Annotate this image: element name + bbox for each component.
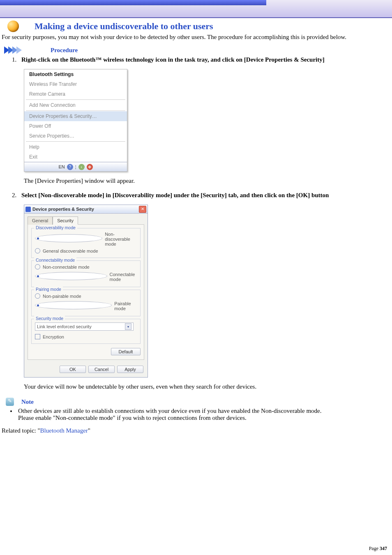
related-link[interactable]: Bluetooth Manager (40, 427, 88, 434)
note-header: Note (6, 398, 392, 406)
radio-pairable[interactable]: Pairable mode (35, 299, 137, 313)
radio-non-discoverable[interactable]: Non-discoverable mode (35, 231, 137, 247)
apply-button[interactable]: Apply (117, 366, 143, 373)
group-connectability-label: Connectability mode (34, 258, 76, 263)
note-item-2: Please enable "Non-connectable mode" if … (18, 415, 247, 421)
security-mode-select[interactable]: Link level enforced security ▾ (35, 322, 134, 331)
security-mode-value: Link level enforced security (37, 324, 92, 329)
radio-non-connectable[interactable]: Non-connectable mode (35, 263, 137, 270)
cancel-button[interactable]: Cancel (88, 366, 115, 373)
note-item-1: Other devices are still able to establis… (18, 408, 322, 414)
step-2-text: Select [Non-discoverable mode] in [Disco… (21, 192, 329, 198)
step-1: Right-click on the Bluetooth™ wireless t… (18, 56, 392, 184)
procedure-arrows-icon (4, 46, 22, 54)
menu-item-service-properties[interactable]: Service Properties… (24, 131, 127, 141)
menu-item-exit[interactable]: Exit (24, 152, 127, 162)
dialog-button-row: OK Cancel Apply (24, 363, 148, 377)
page-title: Making a device undiscoverable to other … (35, 21, 213, 32)
menu-item-help[interactable]: Help (24, 142, 127, 152)
dialog-title-icon (25, 207, 31, 212)
menu-item-remote-camera[interactable]: Remote Camera (24, 89, 127, 99)
menu-item-wireless-file-transfer[interactable]: Wireless File Transfer (24, 79, 127, 89)
step-1-followup: The [Device Properties] window will appe… (24, 177, 392, 184)
tab-body: Discoverability mode Non-discoverable mo… (28, 224, 144, 360)
group-security: Security mode Link level enforced securi… (31, 319, 141, 344)
radio-non-pairable[interactable]: Non-pairable mode (35, 292, 137, 299)
procedure-list: Right-click on the Bluetooth™ wireless t… (18, 56, 392, 390)
ok-button[interactable]: OK (60, 366, 86, 373)
menu-item-bluetooth-settings[interactable]: Bluetooth Settings (24, 69, 127, 79)
default-button[interactable]: Default (111, 348, 141, 355)
dialog-title: Device properties & Security (32, 207, 94, 212)
checkbox-encryption[interactable]: Encryption (35, 333, 137, 340)
menu-item-device-properties-security[interactable]: Device Properties & Security… (24, 111, 127, 121)
top-banner (0, 0, 392, 18)
group-pairing: Pairing mode Non-pairable mode Pairable … (31, 290, 141, 316)
group-discoverability-label: Discoverability mode (34, 225, 77, 230)
radio-connectable[interactable]: Connectable mode (35, 270, 137, 283)
related-suffix: " (88, 427, 90, 434)
step-2: Select [Non-discoverable mode] in [Disco… (18, 192, 392, 390)
menu-item-add-new-connection[interactable]: Add New Connection (24, 100, 127, 110)
related-topic: Related topic: "Bluetooth Manager" (2, 427, 390, 434)
note-icon (6, 398, 14, 406)
context-menu: Bluetooth Settings Wireless File Transfe… (24, 69, 127, 172)
procedure-label: Procedure (51, 47, 78, 54)
related-prefix: Related topic: " (2, 427, 40, 434)
note-item: Other devices are still able to establis… (16, 408, 392, 421)
tray-bluetooth-icon[interactable]: ❉ (87, 164, 93, 170)
dialog-titlebar: Device properties & Security ✕ (24, 205, 148, 214)
tray-help-icon[interactable]: ? (67, 164, 73, 170)
dialog-tabs: General Security (24, 214, 148, 224)
step-1-text: Right-click on the Bluetooth™ wireless t… (21, 56, 325, 63)
tray-sep: ¦ (75, 164, 76, 169)
tab-security[interactable]: Security (53, 216, 78, 225)
group-pairing-label: Pairing mode (34, 287, 63, 292)
close-button[interactable]: ✕ (139, 206, 146, 213)
tab-general[interactable]: General (28, 216, 53, 225)
title-row: Making a device undiscoverable to other … (7, 21, 392, 32)
device-properties-dialog: Device properties & Security ✕ General S… (24, 205, 148, 378)
system-tray: EN ? ¦ ‹ ❉ (24, 162, 127, 171)
menu-item-power-off[interactable]: Power Off (24, 121, 127, 131)
tray-lang: EN (58, 164, 65, 169)
note-label: Note (21, 398, 34, 405)
radio-general-discoverable[interactable]: General discoverable mode (35, 247, 137, 254)
note-list: Other devices are still able to establis… (16, 408, 392, 421)
intro-text: For security purposes, you may not wish … (2, 34, 390, 41)
chevron-down-icon: ▾ (125, 323, 131, 330)
group-connectability: Connectability mode Non-connectable mode… (31, 260, 141, 287)
banner-gloss (0, 0, 266, 5)
procedure-header: Procedure (4, 46, 392, 54)
group-security-label: Security mode (34, 316, 65, 321)
step-2-followup: Your device will now be undetectable by … (24, 383, 392, 390)
topic-orb-icon (7, 21, 19, 32)
group-discoverability: Discoverability mode Non-discoverable mo… (31, 228, 141, 258)
tray-arrow-icon[interactable]: ‹ (78, 164, 85, 170)
